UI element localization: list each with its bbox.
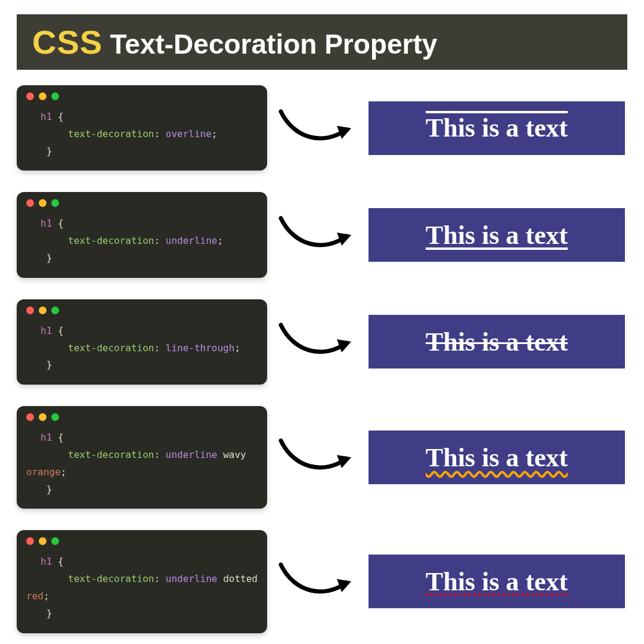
code-semicolon: ; [217,235,223,246]
code-brace: } [47,359,52,370]
preview-text: This is a text [426,442,568,473]
code-value: orange [26,466,61,478]
code-snippet: h1 {text-decoration: underline; } [17,192,267,277]
minimize-icon [39,413,47,421]
close-icon [26,413,34,421]
code-line: h1 { [26,109,258,126]
code-value: underline [166,235,218,246]
code-value: line-through [166,342,235,354]
preview-box: This is a text [369,431,625,484]
preview-text: This is a text [426,113,568,143]
arrow-cell [273,104,363,152]
minimize-icon [39,92,47,100]
code-brace: { [58,325,64,336]
preview-box: This is a text [369,101,625,155]
close-icon [26,306,34,314]
code-colon: : [154,449,160,460]
preview-text: This is a text [426,566,568,597]
window-controls [26,92,258,100]
code-value: overline [166,128,212,140]
code-brace: } [47,608,52,619]
code-property: text-decoration [68,128,154,140]
window-controls [26,537,258,545]
arrow-cell [273,558,363,605]
preview-text: This is a text [426,327,568,357]
minimize-icon [39,306,47,314]
code-snippet: h1 {text-decoration: overline; } [17,85,267,171]
code-brace: { [58,556,64,567]
code-line: } [26,250,258,267]
header-banner: CSS Text-Decoration Property [17,14,627,70]
code-selector: h1 [41,218,52,229]
arrow-icon [276,211,360,259]
maximize-icon [51,537,59,545]
preview-box: This is a text [369,555,625,608]
code-line: h1 { [26,323,258,340]
code-value: dotted [223,573,258,584]
code-line: } [26,143,258,160]
arrow-cell [273,318,363,366]
code-line: } [26,605,258,623]
code-snippet: h1 {text-decoration: underline dotted re… [17,530,267,633]
code-line: text-decoration: line-through; [26,340,258,357]
code-selector: h1 [41,556,52,567]
code-line: text-decoration: underline wavy orange; [26,447,258,481]
code-semicolon: ; [234,342,240,354]
code-property: text-decoration [68,573,154,584]
window-controls [26,413,258,421]
code-selector: h1 [41,111,52,122]
code-semicolon: ; [61,466,67,478]
example-row: h1 {text-decoration: line-through; } Thi… [17,299,627,385]
code-snippet: h1 {text-decoration: line-through; } [17,299,267,385]
code-colon: : [154,342,160,354]
preview-box: This is a text [369,315,625,369]
code-line: text-decoration: underline dotted red; [26,571,258,605]
code-brace: { [58,432,64,443]
example-row: h1 {text-decoration: underline dotted re… [17,530,627,633]
arrow-cell [273,434,363,481]
code-line: } [26,357,258,374]
code-semicolon: ; [212,128,218,140]
code-brace: } [47,252,52,264]
code-line: } [26,481,258,499]
arrow-icon [276,104,360,152]
code-value: wavy [223,449,246,460]
header-css-label: CSS [32,23,103,61]
code-brace: } [47,484,52,495]
minimize-icon [39,537,47,545]
code-value: red [26,590,44,602]
code-selector: h1 [41,325,52,336]
code-value: underline [166,449,218,460]
maximize-icon [51,413,59,421]
code-line: h1 { [26,429,258,447]
window-controls [26,306,258,314]
arrow-icon [276,318,360,366]
example-row: h1 {text-decoration: underline; } This i… [17,192,627,277]
code-line: text-decoration: underline; [26,233,258,250]
code-property: text-decoration [68,235,154,246]
code-property: text-decoration [68,449,154,460]
code-brace: } [47,145,52,157]
code-property: text-decoration [68,342,154,354]
code-colon: : [154,128,160,140]
header-title: Text-Decoration Property [110,29,438,60]
maximize-icon [51,92,59,100]
code-semicolon: ; [44,590,49,602]
maximize-icon [51,306,59,314]
code-line: text-decoration: overline; [26,126,258,143]
code-line: h1 { [26,553,258,571]
code-value: underline [166,573,218,584]
code-line: h1 { [26,215,258,233]
window-controls [26,199,258,207]
preview-box: This is a text [369,208,625,262]
code-colon: : [154,235,160,246]
maximize-icon [51,199,59,207]
close-icon [26,537,34,545]
code-brace: { [58,218,64,229]
example-row: h1 {text-decoration: underline wavy oran… [17,406,627,509]
arrow-icon [276,434,360,481]
code-selector: h1 [41,432,52,443]
code-brace: { [58,111,64,122]
examples-container: h1 {text-decoration: overline; } This is… [17,85,627,633]
preview-text: This is a text [426,220,568,250]
